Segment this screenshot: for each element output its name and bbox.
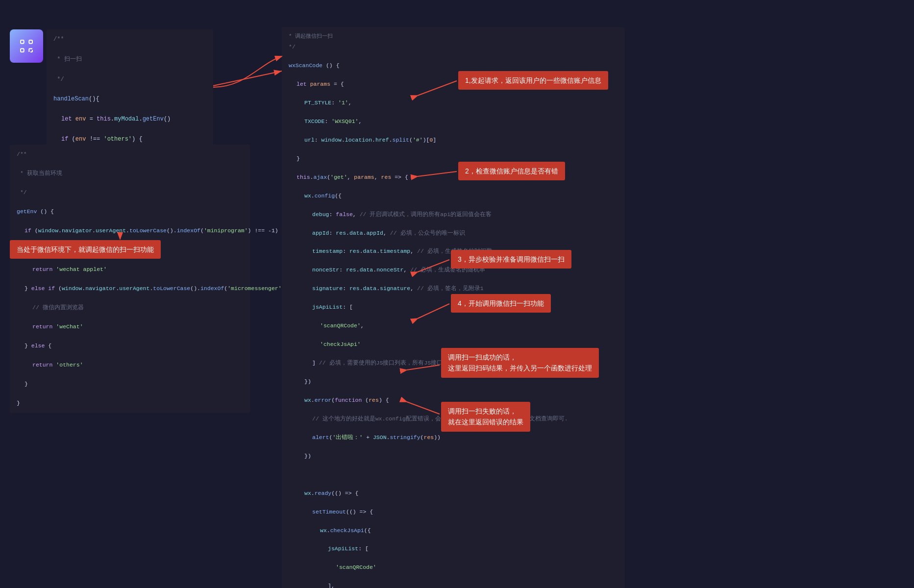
annotation-6: 调用扫一扫失败的话， 就在这里返回错误的结果 [441, 402, 530, 432]
annotation-5: 调用扫一扫成功的话， 这里返回扫码结果，并传入另一个函数进行处理 [441, 348, 599, 378]
svg-line-1 [213, 71, 282, 86]
annotation-3: 3，异步校验并准备调用微信扫一扫 [451, 250, 571, 269]
svg-rect-12 [21, 49, 24, 52]
svg-rect-11 [29, 40, 32, 44]
annotation-4: 4，开始调用微信扫一扫功能 [451, 294, 551, 313]
svg-rect-10 [21, 40, 24, 44]
code-panel-middle-left: /** * 获取当前环境 */ getEnv () { if (window.n… [10, 145, 250, 413]
annotation-bottom: 当处于微信环境下，就调起微信的扫一扫功能 [10, 240, 161, 259]
annotation-1: 1,发起请求，返回该用户的一些微信账户信息 [458, 71, 608, 90]
right-panel-title: * 调起微信扫一扫 [289, 32, 618, 41]
annotation-2: 2，检查微信账户信息是否有错 [458, 162, 565, 180]
scan-icon [19, 38, 34, 54]
app-icon [10, 29, 43, 63]
